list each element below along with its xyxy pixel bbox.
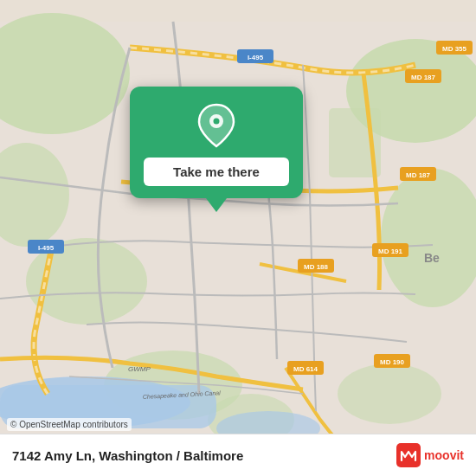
svg-text:MD 614: MD 614 <box>293 365 318 373</box>
svg-text:I-495: I-495 <box>38 244 55 252</box>
svg-point-9 <box>338 363 441 424</box>
moovit-brand-name: moovit <box>424 448 464 462</box>
popup-card: Take me there <box>130 87 303 198</box>
location-pin-icon <box>193 102 240 149</box>
svg-text:MD 190: MD 190 <box>380 358 405 366</box>
svg-text:MD 355: MD 355 <box>442 45 467 53</box>
bottom-bar: 7142 Amy Ln, Washington / Baltimore moov… <box>0 434 476 476</box>
svg-rect-38 <box>396 443 421 467</box>
svg-text:MD 191: MD 191 <box>378 248 403 255</box>
svg-text:MD 187: MD 187 <box>411 74 436 81</box>
address-label: 7142 Amy Ln, Washington / Baltimore <box>12 448 243 463</box>
take-me-there-button[interactable]: Take me there <box>144 158 289 186</box>
svg-text:I-495: I-495 <box>248 54 264 61</box>
map-attribution: © OpenStreetMap contributors <box>7 418 132 431</box>
svg-text:MD 187: MD 187 <box>406 171 431 179</box>
svg-point-37 <box>214 119 220 125</box>
svg-text:Be: Be <box>424 251 440 265</box>
svg-text:GWMP: GWMP <box>128 365 151 373</box>
moovit-icon <box>396 443 421 467</box>
moovit-logo: moovit <box>396 443 464 467</box>
svg-text:MD 188: MD 188 <box>304 263 329 271</box>
map-background: I-495 I-495 MD 191 MD 191 MD 187 MD 187 … <box>0 0 476 476</box>
map-container: I-495 I-495 MD 191 MD 191 MD 187 MD 187 … <box>0 0 476 476</box>
